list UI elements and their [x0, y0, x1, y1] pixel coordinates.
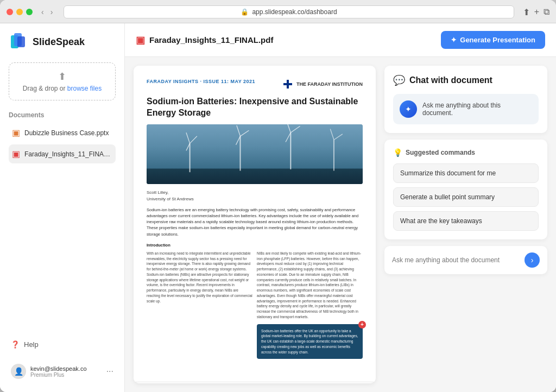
help-icon: ❓ — [11, 340, 20, 349]
document-name-pdf: Faraday_Insights_11_FINAL.... — [24, 150, 112, 158]
share-button[interactable]: ⬆ — [523, 7, 530, 17]
logo-text: SlideSpeak — [33, 36, 85, 48]
pdf-page-1: FARADAY INSIGHTS · ISSUE 11: MAY 2021 TH… — [134, 66, 376, 377]
command-takeaways-button[interactable]: What are the key takeaways — [393, 211, 539, 231]
upload-text: Drag & drop or — [23, 85, 66, 92]
tabs-button[interactable]: ⧉ — [544, 7, 549, 17]
file-name: Faraday_Insights_11_FINAL.pdf — [149, 35, 273, 45]
user-avatar-icon: 👤 — [14, 367, 23, 376]
pdf-intro-heading: Introduction — [147, 243, 363, 248]
pdf-institution: THE FARADAY INSTITUTION — [282, 79, 363, 90]
user-avatar: 👤 — [11, 364, 26, 379]
command-bullet-button[interactable]: Generate a bullet point summary — [393, 187, 539, 207]
chat-panel: 💬 Chat with document ✦ Ask me anything a… — [384, 66, 547, 383]
pdf-highlight-box: + Sodium-ion batteries offer the UK an o… — [257, 324, 363, 359]
top-bar: ▣ Faraday_Insights_11_FINAL.pdf ✦ Genera… — [125, 23, 556, 57]
pdf-highlight-text: Sodium-ion batteries offer the UK an opp… — [261, 329, 358, 354]
sidebar-spacer — [9, 166, 116, 336]
pdf-icon: ▣ — [12, 149, 20, 159]
chat-bubble-icon: 💬 — [393, 74, 405, 86]
svg-rect-6 — [147, 168, 363, 184]
browser-nav-controls: ‹ › — [39, 7, 55, 17]
pdf-image-svg — [147, 124, 363, 184]
main-content: ▣ Faraday_Insights_11_FINAL.pdf ✦ Genera… — [125, 23, 556, 392]
pdf-col-2: NIBs are most likely to compete with exi… — [257, 251, 363, 320]
sidebar-user: 👤 kevin@slidespeak.co Premium Plus ··· — [9, 359, 116, 383]
pdf-footer: POWERING BRITAIN'S BATTERY REVOLUTION UK… — [134, 382, 376, 383]
svg-rect-4 — [283, 83, 292, 85]
pdf-col-2-wrapper: NIBs are most likely to compete with exi… — [257, 251, 363, 359]
browser-action-buttons: ⬆ + ⧉ — [523, 7, 549, 17]
close-button[interactable] — [7, 9, 13, 15]
pdf-abstract: Sodium-ion batteries are an emerging bat… — [147, 207, 363, 237]
browser-window: ‹ › 🔒 app.slidespeak.co/dashboard ⬆ + ⧉ … — [0, 0, 556, 392]
browse-files-link[interactable]: browse files — [67, 85, 102, 92]
documents-label: Documents — [9, 111, 116, 119]
chat-welcome-text: Ask me anything about this document. — [422, 102, 532, 117]
maximize-button[interactable] — [26, 9, 33, 15]
suggested-commands-card: 💡 Suggested commands Summarize this docu… — [384, 140, 547, 239]
pdf-issue-text: FARADAY INSIGHTS · ISSUE 11: MAY 2021 — [147, 79, 255, 84]
help-label: Help — [24, 340, 39, 349]
faraday-cross-icon — [282, 79, 293, 90]
sidebar: SlideSpeak ⬆ Drag & drop or browse files… — [0, 23, 125, 392]
author-affiliation: University of St Andrews — [147, 197, 194, 201]
document-item-pdf[interactable]: ▣ Faraday_Insights_11_FINAL.... — [9, 144, 116, 163]
app-layout: SlideSpeak ⬆ Drag & drop or browse files… — [0, 23, 556, 392]
upload-area[interactable]: ⬆ Drag & drop or browse files — [9, 62, 116, 100]
chat-welcome-message: ✦ Ask me anything about this document. — [393, 94, 539, 124]
pdf-col-1: With an increasing need to integrate int… — [147, 251, 252, 359]
generate-btn-icon: ✦ — [451, 36, 457, 44]
back-button[interactable]: ‹ — [39, 7, 46, 17]
suggested-header-text: Suggested commands — [406, 149, 475, 156]
upload-icon: ⬆ — [17, 71, 108, 83]
sidebar-logo: SlideSpeak — [9, 32, 116, 52]
chat-title-text: Chat with document — [409, 75, 492, 85]
new-tab-button[interactable]: + — [534, 7, 539, 17]
browser-chrome: ‹ › 🔒 app.slidespeak.co/dashboard ⬆ + ⧉ — [0, 0, 556, 23]
shield-icon: 🔒 — [241, 8, 249, 16]
minimize-button[interactable] — [16, 9, 23, 15]
chat-header-card: 💬 Chat with document ✦ Ask me anything a… — [384, 66, 547, 133]
generate-btn-label: Generate Presentation — [460, 36, 535, 44]
pdf-viewer[interactable]: FARADAY INSIGHTS · ISSUE 11: MAY 2021 TH… — [134, 66, 376, 383]
pdf-hero-image — [147, 124, 363, 184]
chat-input-area: › — [384, 246, 547, 274]
pdf-header: FARADAY INSIGHTS · ISSUE 11: MAY 2021 TH… — [147, 79, 363, 90]
user-plan: Premium Plus — [30, 372, 102, 378]
pdf-title: Sodium-ion Batteries: Inexpensive and Su… — [147, 96, 363, 119]
document-name-pptx: Dubizzle Business Case.pptx — [24, 129, 109, 137]
pdf-intro-columns: With an increasing need to integrate int… — [147, 251, 363, 359]
traffic-lights — [7, 9, 33, 15]
user-more-button[interactable]: ··· — [106, 366, 113, 376]
suggested-header: 💡 Suggested commands — [393, 148, 539, 157]
document-item-pptx[interactable]: ▣ Dubizzle Business Case.pptx — [9, 123, 116, 142]
chat-avatar: ✦ — [400, 100, 417, 118]
send-icon: › — [531, 256, 534, 264]
svg-rect-2 — [17, 36, 25, 47]
user-email: kevin@slidespeak.co — [30, 365, 102, 372]
content-area: FARADAY INSIGHTS · ISSUE 11: MAY 2021 TH… — [125, 57, 556, 392]
author-name: Scott Lilley, — [147, 190, 168, 195]
user-info: kevin@slidespeak.co Premium Plus — [30, 365, 102, 378]
chat-input[interactable] — [392, 256, 525, 264]
file-pdf-icon: ▣ — [136, 34, 145, 46]
chat-title: 💬 Chat with document — [393, 74, 539, 86]
url-text: app.slidespeak.co/dashboard — [252, 8, 337, 16]
pdf-add-button[interactable]: + — [358, 321, 366, 328]
pptx-icon: ▣ — [12, 128, 20, 138]
file-title: ▣ Faraday_Insights_11_FINAL.pdf — [136, 34, 273, 46]
lightbulb-icon: 💡 — [393, 148, 402, 157]
address-bar[interactable]: 🔒 app.slidespeak.co/dashboard — [64, 5, 514, 18]
pdf-author: Scott Lilley, University of St Andrews — [147, 189, 363, 203]
help-item[interactable]: ❓ Help — [9, 336, 116, 353]
generate-presentation-button[interactable]: ✦ Generate Presentation — [441, 31, 545, 49]
institution-label: THE FARADAY INSTITUTION — [296, 81, 363, 87]
command-summarize-button[interactable]: Summarize this document for me — [393, 163, 539, 183]
chat-send-button[interactable]: › — [525, 252, 540, 268]
chat-avatar-icon: ✦ — [405, 105, 412, 113]
pdf-issue-label: FARADAY INSIGHTS · ISSUE 11: MAY 2021 — [147, 79, 255, 84]
slidespeak-logo-icon — [9, 32, 28, 52]
forward-button[interactable]: › — [48, 7, 55, 17]
